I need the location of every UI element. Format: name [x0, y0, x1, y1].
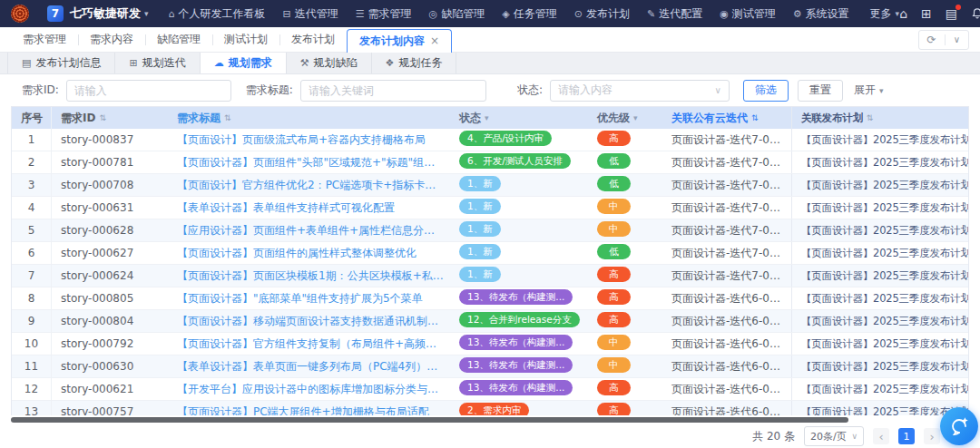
- nav-item-task[interactable]: ◈任务管理: [502, 6, 556, 22]
- requirement-title-link[interactable]: 【页面设计器】页面组件"头部"区域规范+"标题"组件优化: [168, 155, 454, 170]
- requirement-title-link[interactable]: 【页面设计器】页面区块模板1期：公共区块模板+私有区块模板+第一批官方区块模板: [168, 268, 454, 284]
- table-row[interactable]: 7story-000624【页面设计器】页面区块模板1期：公共区块模板+私有区块…: [12, 265, 968, 287]
- prev-page-button[interactable]: ‹: [873, 428, 889, 444]
- requirement-title-link[interactable]: 【表单设计器】表单页面一键多列布局（PC端4列）+部分全局样式可视化配置: [168, 359, 454, 375]
- app-logo[interactable]: 7: [47, 5, 64, 22]
- company-seal-logo[interactable]: [11, 5, 29, 23]
- nav-item-more[interactable]: 更多▾: [867, 6, 900, 22]
- sort-icon[interactable]: ⇅: [867, 113, 873, 122]
- release-plan-link[interactable]: 【页面设计器】2025三季度发布计划: [791, 151, 968, 173]
- requirement-title-link[interactable]: 【应用设计器】页面组件+表单组件+属性栏信息分组与样式规范优化: [168, 223, 454, 239]
- requirement-id-input[interactable]: [66, 80, 231, 102]
- subtab-4[interactable]: ⚒规划缺陷: [287, 53, 372, 73]
- nav-item-requirement[interactable]: ☰需求管理: [356, 6, 412, 22]
- filter-icon[interactable]: ▾: [485, 113, 489, 122]
- tab-4[interactable]: 测试计划: [212, 27, 279, 53]
- table-row[interactable]: 9story-000804【页面设计器】移动端页面设计器支持数据通讯机制（组件间…: [12, 310, 968, 333]
- release-plan-link[interactable]: 【页面设计器】2025三季度发布计划: [791, 378, 968, 400]
- subtab-1[interactable]: ▤发布计划信息: [7, 53, 115, 73]
- table-row[interactable]: 4story-000631【表单设计器】表单组件支持样式可视化配置1、新中页面设…: [12, 197, 968, 219]
- release-plan-link[interactable]: 【页面设计器】2025三季度发布计划: [791, 174, 968, 196]
- tab-3[interactable]: 缺陷管理: [145, 27, 212, 53]
- column-header-4[interactable]: 状态▾: [454, 111, 588, 126]
- subtab-5[interactable]: ❖规划任务: [372, 53, 457, 73]
- table-row[interactable]: 12story-000621【开发平台】应用设计器中的图标库增加图标分类与图标，…: [12, 378, 968, 401]
- release-plan-link[interactable]: 【页面设计器】2025三季度发布计划: [791, 287, 968, 309]
- chevron-down-icon[interactable]: ∨: [946, 34, 968, 44]
- assistant-fab-button[interactable]: [940, 407, 978, 445]
- column-header-3[interactable]: 需求标题⇅: [168, 111, 454, 126]
- filter-button[interactable]: 筛选: [743, 80, 789, 102]
- release-plan-link[interactable]: 【页面设计器】2025三季度发布计划: [791, 219, 968, 241]
- tab-1[interactable]: 需求管理: [11, 27, 78, 53]
- app-title[interactable]: 七巧敏捷研发: [70, 5, 141, 22]
- release-plan-link[interactable]: 【页面设计器】2025三季度发布计划: [791, 265, 968, 287]
- nav-item-settings[interactable]: ⚙系统设置: [793, 6, 849, 22]
- release-plan-link[interactable]: 【页面设计器】2025三季度发布计划: [791, 333, 968, 355]
- requirement-title-link[interactable]: 【页面设计器】"底部菜单"组件支持扩展为5个菜单: [168, 291, 454, 307]
- requirement-title-link[interactable]: 【开发平台】应用设计器中的图标库增加图标分类与图标，并复用于多个功能: [168, 382, 454, 397]
- column-header-1[interactable]: 序号: [12, 107, 52, 129]
- subtab-2[interactable]: ⊞规划迭代: [115, 53, 200, 73]
- page-size-select[interactable]: 20条/页 ∨: [804, 426, 864, 446]
- table-row[interactable]: 11story-000630【表单设计器】表单页面一键多列布局（PC端4列）+部…: [12, 355, 968, 378]
- table-row[interactable]: 8story-000805【页面设计器】"底部菜单"组件支持扩展为5个菜单13、…: [12, 287, 968, 310]
- nav-item-iteration[interactable]: ⊟迭代管理: [283, 6, 338, 22]
- messages-icon[interactable]: ▤: [946, 7, 957, 20]
- requirement-title-link[interactable]: 【页面设计】官方组件优化2：PC端选项卡+指标卡等多项细节功能优化: [168, 178, 454, 193]
- requirement-id: story-000804: [52, 315, 168, 327]
- requirement-title-link[interactable]: 【表单设计器】表单组件支持样式可视化配置: [168, 200, 454, 216]
- tab-2[interactable]: 需求内容: [78, 27, 145, 53]
- close-icon[interactable]: ×: [430, 34, 439, 47]
- refresh-icon[interactable]: ⟳: [919, 34, 945, 46]
- requirement-title-link[interactable]: 【页面设计器】官方组件支持复制（布局组件+高频使用组件优先）: [168, 336, 454, 352]
- nav-item-defect[interactable]: ◎缺陷管理: [429, 6, 485, 22]
- sort-icon[interactable]: ⇅: [224, 113, 231, 122]
- release-plan-link[interactable]: 【页面设计器】2025三季度发布计划: [791, 129, 968, 151]
- column-header-2[interactable]: 需求ID⇅: [52, 111, 168, 126]
- column-header-7[interactable]: 关联发布计划⇅: [791, 107, 968, 129]
- expand-toggle[interactable]: 展开 ▾: [854, 83, 884, 98]
- release-plan-link[interactable]: 【页面设计器】2025三季度发布计划: [791, 355, 968, 377]
- status-select[interactable]: 请输入内容 ∨: [550, 80, 730, 102]
- status-cell: 1、新: [454, 176, 588, 194]
- requirement-title-link[interactable]: 【页面设计】页面级流式布局+容器内支持栅格布局: [168, 132, 454, 148]
- nav-item-board[interactable]: ⌂个人研发工作看板: [169, 6, 266, 22]
- release-plan-link[interactable]: 【页面设计器】2025三季度发布计划: [791, 401, 968, 415]
- sort-icon[interactable]: ⇅: [751, 113, 759, 122]
- bell-icon[interactable]: [971, 6, 980, 21]
- table-row[interactable]: 10story-000792【页面设计器】官方组件支持复制（布局组件+高频使用组…: [12, 333, 968, 355]
- home-icon[interactable]: ⌂: [899, 7, 907, 20]
- table-row[interactable]: 2story-000781【页面设计器】页面组件"头部"区域规范+"标题"组件优…: [12, 151, 968, 174]
- release-plan-link[interactable]: 【页面设计器】2025三季度发布计划: [791, 310, 968, 332]
- release-plan-link[interactable]: 【页面设计器】2025三季度发布计划: [791, 242, 968, 264]
- chevron-down-icon[interactable]: ▾: [144, 9, 149, 18]
- requirement-title-link[interactable]: 【页面设计器】移动端页面设计器支持数据通讯机制（组件间通讯）: [168, 314, 454, 329]
- filter-icon[interactable]: ▾: [633, 113, 638, 122]
- apps-grid-icon[interactable]: ⊞: [921, 7, 932, 20]
- tab-6[interactable]: 发布计划内容×: [347, 29, 452, 53]
- subtab-3[interactable]: ☁规划需求: [201, 53, 287, 73]
- release-plan-link[interactable]: 【页面设计器】2025三季度发布计划: [791, 197, 968, 219]
- table-row[interactable]: 5story-000628【应用设计器】页面组件+表单组件+属性栏信息分组与样式…: [12, 219, 968, 242]
- nav-item-test[interactable]: ◉测试管理: [720, 6, 776, 22]
- reset-button[interactable]: 重置: [798, 80, 843, 102]
- requirement-id: story-000708: [52, 179, 168, 191]
- requirement-title-link[interactable]: 【页面设计器】PC端大屏组件+增加栅格与布局适配: [168, 404, 454, 416]
- column-header-6[interactable]: 关联公有云迭代⇅: [662, 111, 791, 126]
- scrollbar-thumb[interactable]: [11, 417, 848, 423]
- table-row[interactable]: 1story-000837【页面设计】页面级流式布局+容器内支持栅格布局4、产品…: [12, 129, 968, 151]
- table-row[interactable]: 6story-000627【页面设计器】页面组件的属性样式整体调整优化1、新低页…: [12, 242, 968, 265]
- requirement-title-link[interactable]: 【页面设计器】页面组件的属性样式整体调整优化: [168, 246, 454, 261]
- nav-item-config[interactable]: ✎迭代配置: [647, 6, 702, 22]
- page-number-button[interactable]: 1: [898, 428, 915, 444]
- table-row[interactable]: 3story-000708【页面设计】官方组件优化2：PC端选项卡+指标卡等多项…: [12, 174, 968, 197]
- nav-item-release[interactable]: ⊙发布计划: [574, 6, 630, 22]
- requirement-title-input[interactable]: [300, 80, 486, 102]
- tab-5[interactable]: 发布计划: [279, 27, 347, 53]
- table-row[interactable]: 13story-000757【页面设计器】PC端大屏组件+增加栅格与布局适配2、…: [12, 401, 968, 415]
- next-page-button[interactable]: ›: [924, 428, 940, 444]
- column-header-5[interactable]: 优先级▾: [588, 111, 662, 126]
- sort-icon[interactable]: ⇅: [99, 113, 106, 122]
- nav-item-label: 缺陷管理: [441, 6, 485, 22]
